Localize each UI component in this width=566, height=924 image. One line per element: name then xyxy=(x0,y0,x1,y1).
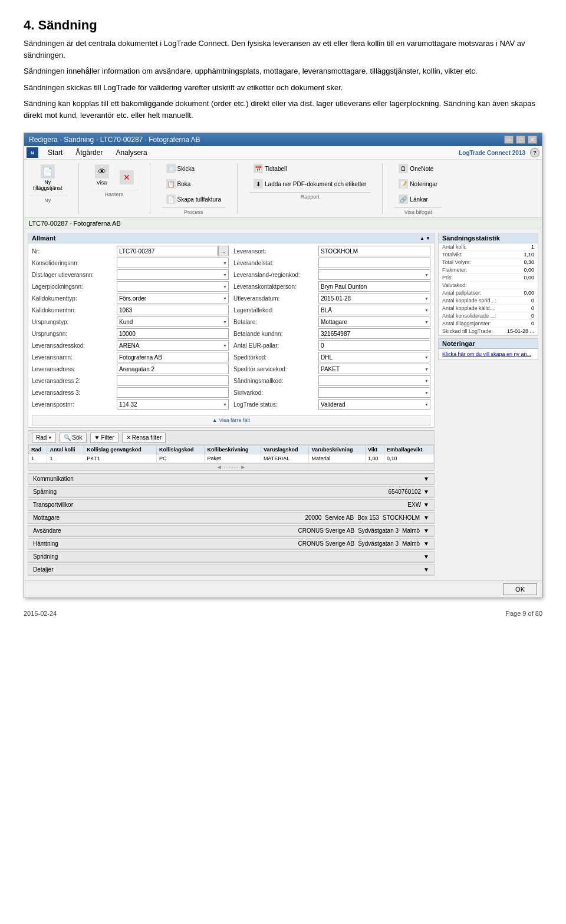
input-kalldoknn[interactable] xyxy=(117,305,229,315)
ribbon-btn-ny-tillaggstjanst[interactable]: 📄 Nytilläggstjänst xyxy=(29,162,67,194)
rows-section: Rad ▼ 🔍 Sök ▼ Filter ✕ xyxy=(28,430,435,471)
ribbon-group-bifogat-items: 🗒 OneNote 📝 Noteringar 🔗 Länkar xyxy=(394,162,442,206)
select-betalare[interactable]: Mottagare xyxy=(318,316,430,327)
select-utlevdatum[interactable]: 2015-01-28 xyxy=(318,293,430,303)
stats-row: Skickad till LogTrade:15-01-28 ... xyxy=(439,328,538,335)
hamtning-header[interactable]: Hämtning CRONUS Sverige AB Sydvästgatan … xyxy=(28,539,434,549)
label-leveransadrkod: Leveransadresskod: xyxy=(32,342,114,349)
select-speditorservice[interactable]: PAKET xyxy=(318,364,430,374)
ribbon-btn-visa[interactable]: 👁 Visa xyxy=(91,162,113,188)
expand-icon: ▲ ▼ xyxy=(420,236,430,241)
kommunikation-chevron: ▼ xyxy=(423,476,429,482)
select-skrivarkod[interactable] xyxy=(318,387,430,398)
stats-row-label: Totalvikt: xyxy=(442,252,463,258)
select-sandningsmall[interactable] xyxy=(318,375,430,386)
form-section-allmant-header: Allmänt ▲ ▼ xyxy=(28,233,434,243)
form-left-col: Nr: LTC70-00287 ... Konsolideringsnn: xyxy=(32,246,229,411)
noteringar-label: Noteringar xyxy=(410,181,437,187)
stats-row: Antal konsoliderade ...:0 xyxy=(439,312,538,320)
select-speditorkod[interactable]: DHL xyxy=(318,352,430,362)
ribbon-btn-delete[interactable]: ✕ xyxy=(116,168,138,188)
rows-toolbar-rad[interactable]: Rad ▼ xyxy=(32,433,56,443)
field-leverandelstat: Leverandelstat: xyxy=(233,258,430,268)
input-leveransadr[interactable] xyxy=(117,364,229,374)
lankar-label: Länkar xyxy=(410,196,428,203)
ladda-ner-icon: ⬇ xyxy=(254,179,263,189)
input-kontaktperson[interactable] xyxy=(318,281,430,292)
rows-toolbar-rensa[interactable]: ✕ Rensa filter xyxy=(122,433,166,443)
stats-row-value: 0 xyxy=(531,305,534,311)
ribbon-btn-tidtabell[interactable]: 📅 Tidtabell xyxy=(249,162,291,175)
rows-toolbar: Rad ▼ 🔍 Sök ▼ Filter ✕ xyxy=(28,431,434,445)
label-betalandekund: Betalande kundnn: xyxy=(233,331,316,337)
browse-nr[interactable]: ... xyxy=(218,246,229,256)
ladda-ner-label: Ladda ner PDF-dokument och etiketter xyxy=(265,181,366,187)
spridning-chevron: ▼ xyxy=(423,553,429,560)
field-leveransort: Leveransort: xyxy=(233,246,430,256)
select-kalldoktyp[interactable]: Förs.order xyxy=(117,293,229,303)
select-dist[interactable] xyxy=(117,269,229,280)
close-btn[interactable]: ✕ xyxy=(528,136,537,144)
col-kollibeskr: Kollibeskrivning xyxy=(205,446,261,454)
mottagare-header[interactable]: Mottagare 20000 Service AB Box 153 STOCK… xyxy=(28,513,434,523)
input-ursprungsnn[interactable] xyxy=(117,328,229,339)
input-betalandekund[interactable] xyxy=(318,328,430,339)
field-antaleur: Antal EUR-pallar: xyxy=(233,340,430,351)
ribbon-btn-boka[interactable]: 📋 Boka xyxy=(162,177,195,190)
spridning-header[interactable]: Spridning ▼ xyxy=(28,552,434,562)
col-kollislagskod: Kollislagskod xyxy=(156,446,205,454)
input-nr[interactable]: LTC70-00287 xyxy=(117,246,218,256)
transportvillkor-header[interactable]: Transportvillkor EXW ▼ xyxy=(28,500,434,510)
select-leveransadrkod[interactable]: ARENA xyxy=(117,340,229,351)
select-lagerplock[interactable] xyxy=(117,281,229,292)
show-fewer-btn[interactable]: ▲ Visa färre fält xyxy=(32,415,430,425)
ok-btn[interactable]: OK xyxy=(503,583,537,595)
window-content: Allmänt ▲ ▼ Nr: LTC70-00287 ... xyxy=(24,229,542,580)
select-konsolidnn[interactable] xyxy=(117,258,229,268)
rows-toolbar-filter[interactable]: ▼ Filter xyxy=(90,433,119,443)
menu-analysera[interactable]: Analysera xyxy=(110,146,153,159)
select-lagerstalle[interactable]: BLÅ xyxy=(318,305,430,315)
horizontal-scrollbar[interactable]: ◄ ········· ► xyxy=(28,463,434,470)
menu-start[interactable]: Start xyxy=(42,146,68,159)
field-dist: Dist.lager utleveransnn: xyxy=(32,269,229,280)
section-kommunikation: Kommunikation ▼ xyxy=(28,473,435,485)
avsandare-street: Sydvästgatan 3 xyxy=(358,527,399,534)
select-ursprungstyp[interactable]: Kund xyxy=(117,316,229,327)
menu-atgarder[interactable]: Åtgärder xyxy=(70,146,108,159)
label-leveransadr: Leveransadress: xyxy=(32,366,114,372)
avsandare-header[interactable]: Avsändare CRONUS Sverige AB Sydvästgatan… xyxy=(28,526,434,536)
input-leveransadr3[interactable] xyxy=(117,387,229,398)
notes-content[interactable]: Klicka här om du vill skapa en ny an... xyxy=(439,349,538,359)
sparning-header[interactable]: Spårning 6540760102 ▼ xyxy=(28,487,434,497)
select-leveranspostnr[interactable]: 114 32 xyxy=(117,399,229,410)
input-antaleur[interactable] xyxy=(318,340,430,351)
input-leveransort[interactable] xyxy=(318,246,430,256)
kommunikation-header[interactable]: Kommunikation ▼ xyxy=(28,474,434,484)
label-sandningsmall: Sändningsmallkod: xyxy=(233,378,316,384)
rows-toolbar-sok[interactable]: 🔍 Sök xyxy=(60,433,86,443)
kommunikation-label: Kommunikation xyxy=(33,476,74,482)
boka-icon: 📋 xyxy=(166,179,176,189)
select-leveransland[interactable] xyxy=(318,269,430,280)
select-logtrade-status[interactable]: Validerad xyxy=(318,399,430,410)
maximize-btn[interactable]: □ xyxy=(516,136,525,144)
label-ursprungstyp: Ursprungstyp: xyxy=(32,319,114,325)
minimize-btn[interactable]: — xyxy=(504,136,514,144)
detaljer-header[interactable]: Detaljer ▼ xyxy=(28,565,434,575)
detaljer-chevron: ▼ xyxy=(423,566,429,573)
help-btn[interactable]: ? xyxy=(530,148,539,157)
para2: Sändningen innehåller information om avs… xyxy=(24,65,542,77)
onenote-icon: 🗒 xyxy=(399,164,408,173)
ribbon-btn-skicka[interactable]: 📨 Skicka xyxy=(162,162,199,175)
ribbon-btn-ladda-ner[interactable]: ⬇ Ladda ner PDF-dokument och etiketter xyxy=(249,177,370,190)
ribbon-btn-lankar[interactable]: 🔗 Länkar xyxy=(394,193,432,206)
ribbon-btn-noteringar[interactable]: 📝 Noteringar xyxy=(394,177,442,190)
ribbon-btn-skapa-tull[interactable]: 📄 Skapa tullfaktura xyxy=(162,193,226,206)
field-betalare: Betalare: Mottagare xyxy=(233,316,430,327)
ribbon-btn-onenote[interactable]: 🗒 OneNote xyxy=(394,162,437,175)
input-leveransnamn[interactable] xyxy=(117,352,229,362)
input-leverandelstat[interactable] xyxy=(318,258,430,268)
input-leveransadr2[interactable] xyxy=(117,375,229,386)
stats-row-value: 0,00 xyxy=(524,267,534,273)
